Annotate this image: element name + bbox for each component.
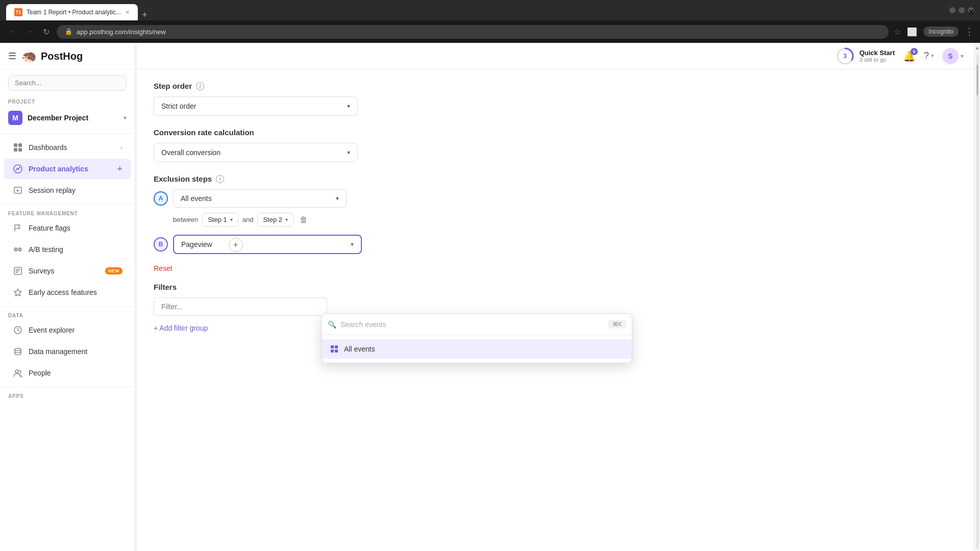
between-label: between xyxy=(173,216,198,223)
step-b-value: Pageview xyxy=(181,240,212,248)
sidebar-item-people[interactable]: People xyxy=(4,363,131,383)
sidebar-item-event-explorer[interactable]: Event explorer xyxy=(4,320,131,340)
add-step-btn[interactable]: + xyxy=(229,238,243,252)
delete-step-btn[interactable]: 🗑 xyxy=(298,213,310,227)
filter-input[interactable] xyxy=(154,297,327,316)
sidebar-search-container xyxy=(0,70,135,96)
app-header: 3 Quick Start 3 still to go 🔔 0 ? ▾ xyxy=(137,43,974,69)
sidebar-item-dashboards[interactable]: Dashboards › xyxy=(4,137,131,158)
step-1-pill[interactable]: Step 1 ▾ xyxy=(202,213,238,227)
posthog-logo-icon: 🦔 xyxy=(21,49,37,63)
divider-1 xyxy=(0,133,135,134)
sidebar-item-feature-flags[interactable]: Feature flags xyxy=(4,218,131,238)
menu-icon[interactable]: ⋮ xyxy=(965,26,974,37)
quick-start-subtitle: 3 still to go xyxy=(860,57,895,63)
refresh-btn[interactable]: ↻ xyxy=(41,25,52,39)
step-order-info-icon[interactable]: i xyxy=(196,82,204,90)
close-btn[interactable]: ✕ xyxy=(968,7,974,13)
conversion-rate-dropdown[interactable]: Overall conversion ▾ xyxy=(154,143,358,162)
sidebar-resize-handle[interactable] xyxy=(135,43,137,551)
reset-link[interactable]: Reset xyxy=(154,264,580,272)
hamburger-menu-btn[interactable]: ☰ xyxy=(8,51,16,62)
help-chevron: ▾ xyxy=(931,53,934,59)
filters-title: Filters xyxy=(154,283,580,291)
tab-close-btn[interactable]: ✕ xyxy=(125,9,130,16)
step-b-chevron-icon: ▾ xyxy=(351,241,354,248)
bookmark-icon[interactable]: ☆ xyxy=(894,27,901,37)
user-avatar: S xyxy=(942,48,959,64)
dashboard-icon xyxy=(12,142,23,153)
scroll-thumb[interactable] xyxy=(976,65,978,95)
back-btn[interactable]: ← xyxy=(6,25,18,38)
people-label: People xyxy=(29,369,122,377)
event-icon xyxy=(12,324,23,336)
svg-rect-17 xyxy=(335,349,338,353)
step-2-label: Step 2 xyxy=(263,216,282,223)
app-layout: ☰ 🦔 PostHog PROJECT M December Project ▾ xyxy=(0,43,980,551)
notification-btn[interactable]: 🔔 0 xyxy=(903,50,916,62)
help-icon: ? xyxy=(924,51,929,61)
project-selector[interactable]: M December Project ▾ xyxy=(0,106,135,130)
add-analytics-btn[interactable]: + xyxy=(117,164,122,174)
help-btn[interactable]: ? ▾ xyxy=(924,51,934,61)
data-management-label: Data management xyxy=(29,347,122,356)
exclusion-steps-section: Exclusion steps i xyxy=(154,174,580,183)
feature-flags-label: Feature flags xyxy=(29,224,122,232)
product-analytics-label: Product analytics xyxy=(29,165,112,173)
sidebar-item-product-analytics[interactable]: Product analytics + xyxy=(4,159,131,179)
url-bar[interactable]: 🔒 app.posthog.com/insights/new xyxy=(57,25,889,39)
ab-testing-label: A/B testing xyxy=(29,245,122,254)
divider-3 xyxy=(0,306,135,307)
svg-point-10 xyxy=(15,348,21,351)
step-b-row: B Pageview ▾ + xyxy=(154,235,580,254)
early-access-icon xyxy=(12,287,23,298)
sidebar-item-session-replay[interactable]: Session replay xyxy=(4,180,131,201)
svg-rect-16 xyxy=(331,349,334,353)
sidebar-item-ab-testing[interactable]: A/B testing xyxy=(4,239,131,260)
svg-rect-14 xyxy=(331,345,334,348)
header-right: 3 Quick Start 3 still to go 🔔 0 ? ▾ xyxy=(836,47,964,65)
window-controls: ✕ xyxy=(949,7,974,13)
maximize-btn[interactable] xyxy=(959,7,965,13)
ab-icon xyxy=(12,244,23,255)
svg-rect-15 xyxy=(335,345,338,348)
minimize-btn[interactable] xyxy=(949,7,955,13)
quick-start-progress: 3 xyxy=(836,47,854,65)
divider-4 xyxy=(0,387,135,387)
all-events-item[interactable]: All events xyxy=(322,339,632,359)
step-order-dropdown[interactable]: Strict order ▾ xyxy=(154,96,358,116)
quick-start-btn[interactable]: 3 Quick Start 3 still to go xyxy=(836,47,895,65)
divider-2 xyxy=(0,204,135,205)
exclusion-steps-info-icon[interactable]: i xyxy=(216,175,224,183)
event-explorer-label: Event explorer xyxy=(29,326,122,334)
exclusion-step-a: A All events ▾ xyxy=(154,189,580,208)
sidebar-item-surveys[interactable]: Surveys NEW xyxy=(4,261,131,281)
user-menu-btn[interactable]: S ▾ xyxy=(942,48,964,64)
cast-icon[interactable]: ⬜ xyxy=(907,27,917,37)
step-order-value: Strict order xyxy=(161,102,196,110)
address-bar: ← → ↻ 🔒 app.posthog.com/insights/new ☆ ⬜… xyxy=(0,20,980,43)
sidebar-header: ☰ 🦔 PostHog xyxy=(0,43,135,70)
all-events-icon xyxy=(330,344,339,354)
active-tab[interactable]: T1 Team 1 Report • Product analytic... ✕ xyxy=(6,4,138,20)
sidebar-search-input[interactable] xyxy=(8,75,127,91)
project-chevron-icon: ▾ xyxy=(124,114,127,121)
step-b-dropdown[interactable]: Pageview ▾ xyxy=(173,235,362,254)
step-2-pill[interactable]: Step 2 ▾ xyxy=(257,213,293,227)
event-search-input[interactable] xyxy=(340,320,604,329)
sidebar-item-early-access[interactable]: Early access features xyxy=(4,282,131,303)
scroll-track xyxy=(976,55,978,549)
conversion-rate-chevron-icon: ▾ xyxy=(347,149,350,156)
forward-btn[interactable]: → xyxy=(23,25,36,38)
quick-start-title: Quick Start xyxy=(860,49,895,57)
event-list: All events xyxy=(322,335,632,363)
step-order-section: Step order i xyxy=(154,82,580,90)
conversion-rate-label: Conversion rate calculation xyxy=(154,128,254,137)
step-a-dropdown[interactable]: All events ▾ xyxy=(173,189,347,208)
new-tab-btn[interactable]: + xyxy=(142,10,148,20)
right-scrollbar: ▲ xyxy=(974,43,980,551)
step-1-chevron-icon: ▾ xyxy=(230,217,233,222)
sidebar-item-data-management[interactable]: Data management xyxy=(4,341,131,362)
step-a-chevron-icon: ▾ xyxy=(336,195,339,202)
event-search-box: 🔍 ⌘K xyxy=(322,314,632,335)
